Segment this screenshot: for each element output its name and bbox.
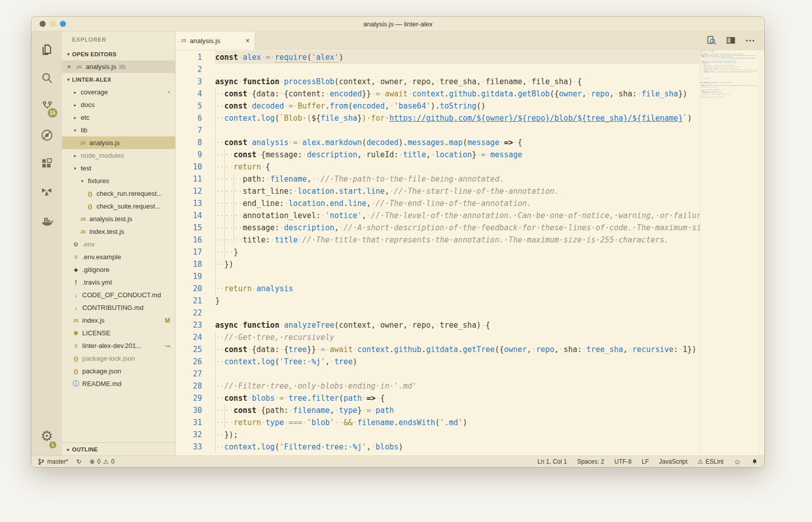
line-number[interactable]: 17 (176, 246, 215, 258)
sync-button[interactable]: ↻ (76, 458, 81, 465)
search-in-file-icon[interactable] (705, 34, 718, 47)
line-number[interactable]: 32 (176, 429, 215, 441)
tree-item-travis-yml[interactable]: !.travis.yml (62, 276, 175, 289)
code-line-12[interactable]: 12······start_line:·location.start.line,… (176, 185, 700, 197)
line-number[interactable]: 28 (176, 380, 215, 392)
line-number[interactable]: 6 (176, 112, 215, 124)
line-number[interactable]: 19 (176, 270, 215, 283)
tree-item-node-modules[interactable]: ▸node_modules (62, 149, 175, 162)
minimap[interactable]: const·alex·=·require('alex')async·functi… (700, 50, 757, 456)
problems-status[interactable]: ⊗ 0 ⚠ 0 (89, 458, 114, 465)
tree-item-gitignore[interactable]: ◆.gitignore (62, 263, 175, 276)
code-line-23[interactable]: 23async·function·analyzeTree(context,·ow… (176, 319, 700, 331)
line-number[interactable]: 33 (176, 441, 215, 453)
code-line-24[interactable]: 24··//·Get·tree,·recursively (176, 331, 700, 343)
tree-item-contributing-md[interactable]: ↓CONTRIBUTING.md (62, 301, 175, 314)
code-line-9[interactable]: 9····const·{message:·description,·ruleId… (176, 149, 700, 161)
line-number[interactable]: 25 (176, 343, 215, 356)
settings-gear-icon[interactable]: ⚙ 1 (35, 422, 59, 450)
line-number[interactable]: 7 (176, 124, 215, 136)
debug-icon[interactable] (35, 121, 59, 149)
open-editor-item-analysis-js[interactable]: × JS analysis.js lib (62, 60, 175, 73)
line-number[interactable]: 16 (176, 234, 215, 246)
line-number[interactable]: 27 (176, 368, 215, 380)
encoding-setting[interactable]: UTF-8 (615, 458, 632, 465)
line-number[interactable]: 31 (176, 416, 215, 429)
line-number[interactable]: 22 (176, 307, 215, 319)
docker-icon[interactable] (35, 206, 59, 234)
line-number[interactable]: 5 (176, 100, 215, 112)
line-number[interactable]: 18 (176, 258, 215, 270)
tree-item-test[interactable]: ▾test (62, 162, 175, 175)
search-icon[interactable] (35, 64, 59, 92)
line-number[interactable]: 12 (176, 185, 215, 197)
open-editors-header[interactable]: ▾ OPEN EDITORS (62, 48, 175, 60)
explorer-icon[interactable] (35, 36, 59, 64)
code-line-21[interactable]: 21} (176, 295, 700, 307)
code-line-20[interactable]: 20··return·analysis (176, 283, 700, 295)
code-line-32[interactable]: 32··}); (176, 429, 700, 441)
code-line-14[interactable]: 14······annotation_level:·'notice',·//·T… (176, 210, 700, 222)
tree-item-coverage[interactable]: ▸coverage● (62, 86, 175, 98)
tree-item-etc[interactable]: ▸etc (62, 111, 175, 124)
code-line-10[interactable]: 10····return·{ (176, 161, 700, 173)
code-line-29[interactable]: 29··const·blobs·=·tree.filter(path·=>·{ (176, 392, 700, 404)
line-number[interactable]: 15 (176, 222, 215, 234)
tree-item-env-example[interactable]: ≡.env.example (62, 251, 175, 263)
code-line-25[interactable]: 25··const·{data:·{tree}}·=·await·context… (176, 343, 700, 356)
code-area[interactable]: 1const·alex·=·require('alex')23async·fun… (176, 50, 700, 456)
line-number[interactable]: 2 (176, 63, 215, 76)
line-number[interactable]: 23 (176, 319, 215, 331)
line-number[interactable]: 10 (176, 161, 215, 173)
code-line-26[interactable]: 26··context.log('Tree:·%j',·tree) (176, 356, 700, 368)
split-editor-icon[interactable] (725, 34, 737, 47)
code-line-33[interactable]: 33··context.log('Filtered·tree:·%j',·blo… (176, 441, 700, 453)
code-line-7[interactable]: 7·· (176, 124, 700, 136)
code-line-19[interactable]: 19·· (176, 270, 700, 283)
line-number[interactable]: 26 (176, 356, 215, 368)
line-number[interactable]: 13 (176, 197, 215, 210)
line-number[interactable]: 29 (176, 392, 215, 404)
tree-item-index-test-js[interactable]: JSindex.test.js (62, 225, 175, 238)
close-window-button[interactable] (40, 21, 46, 27)
code-line-18[interactable]: 18··}) (176, 258, 700, 270)
tree-item-lib[interactable]: ▾lib (62, 124, 175, 136)
code-line-22[interactable]: 22 (176, 307, 700, 319)
indentation-setting[interactable]: Spaces: 2 (577, 458, 604, 465)
zoom-window-button[interactable] (60, 21, 66, 27)
line-number[interactable]: 9 (176, 149, 215, 161)
code-line-31[interactable]: 31····return·type·===·'blob'··&&·filenam… (176, 416, 700, 429)
line-number[interactable]: 14 (176, 210, 215, 222)
tree-item-check-run-rerequest[interactable]: {}check_run.rerequest... (62, 187, 175, 200)
code-line-8[interactable]: 8··const·analysis·=·alex.markdown(decode… (176, 136, 700, 149)
editor-scrollbar[interactable] (757, 50, 764, 456)
project-section-header[interactable]: ▾ LINTER-ALEX (62, 73, 175, 86)
close-tab-icon[interactable]: × (246, 37, 250, 45)
cursor-position[interactable]: Ln 1, Col 1 (537, 458, 567, 465)
line-number[interactable]: 8 (176, 136, 215, 149)
line-number[interactable]: 20 (176, 283, 215, 295)
tree-item-analysis-test-js[interactable]: JSanalysis.test.js (62, 213, 175, 225)
code-line-13[interactable]: 13······end_line:·location.end.line,·//·… (176, 197, 700, 210)
tree-item-package-json[interactable]: {}package.json (62, 365, 175, 377)
source-control-icon[interactable]: 15 (35, 92, 59, 121)
eol-setting[interactable]: LF (642, 458, 649, 465)
code-line-28[interactable]: 28··//·Filter·tree,·only·blobs·ending·in… (176, 380, 700, 392)
notifications-bell-icon[interactable] (751, 458, 758, 466)
tree-item-check-suite-request[interactable]: {}check_suite.request... (62, 200, 175, 213)
tab-analysis-js[interactable]: JS analysis.js × (176, 31, 255, 50)
line-number[interactable]: 30 (176, 404, 215, 416)
tree-item-license[interactable]: ✱LICENSE (62, 327, 175, 339)
line-number[interactable]: 24 (176, 331, 215, 343)
tree-item-docs[interactable]: ▸docs (62, 98, 175, 111)
feedback-smiley-icon[interactable]: ☺ (734, 458, 741, 466)
git-branch-status[interactable]: master* (38, 458, 68, 466)
code-line-3[interactable]: 3async·function·processBlob(context,·own… (176, 76, 700, 88)
extensions-icon[interactable] (35, 149, 59, 178)
tree-item-package-lock-json[interactable]: {}package-lock.json (62, 352, 175, 365)
tree-item-linter-alex-dev-201[interactable]: ≡linter-alex-dev.201...↝ (62, 339, 175, 352)
minimize-window-button[interactable] (50, 21, 56, 27)
outline-header[interactable]: ▸ OUTLINE (62, 442, 175, 456)
tree-item-readme-md[interactable]: ⓘREADME.md (62, 377, 175, 390)
code-line-1[interactable]: 1const·alex·=·require('alex') (176, 51, 700, 63)
